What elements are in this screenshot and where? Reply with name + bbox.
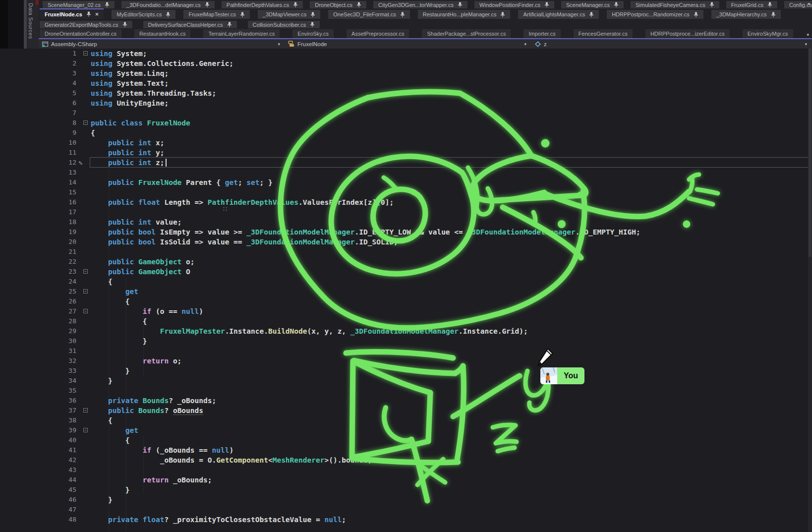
pin-icon[interactable] — [614, 2, 619, 7]
code-text[interactable]: using System.Text; — [91, 78, 169, 88]
tab-EnviroSkyMgr.cs[interactable]: EnviroSkyMgr.cs — [743, 29, 793, 38]
breadcrumb-project-segment[interactable]: Assembly-CSharp ▾ — [39, 39, 285, 49]
tab-FruxelMapTester.cs[interactable]: FruxelMapTester.cs — [183, 10, 249, 19]
code-text[interactable]: } — [91, 336, 147, 346]
tab-WindowPositionFinder.cs[interactable]: WindowPositionFinder.cs — [474, 1, 554, 8]
tab-OneSec3D_FileFormat.cs[interactable]: OneSec3D_FileFormat.cs — [328, 10, 410, 19]
code-text[interactable]: if (_oBounds == null) — [91, 445, 233, 455]
code-text[interactable]: { — [91, 316, 147, 326]
tab-DroneOrientationController.cs[interactable]: DroneOrientationController.cs — [40, 29, 121, 38]
tab-HDRPPostproce...izerEditor.cs[interactable]: HDRPPostproce...izerEditor.cs — [645, 29, 730, 38]
code-text[interactable]: public int y; — [91, 148, 164, 158]
code-text[interactable]: { — [91, 128, 95, 138]
code-text[interactable]: return o; — [91, 356, 181, 366]
tab-_3DMapViewer.cs[interactable]: _3DMapViewer.cs — [258, 10, 320, 19]
code-text[interactable]: } — [91, 495, 113, 505]
tab-_3DFoundatio...delManager.cs[interactable]: _3DFoundatio...delManager.cs — [121, 1, 215, 8]
tab-DeliverySurfaceClassHelper.cs[interactable]: DeliverySurfaceClassHelper.cs — [143, 21, 237, 28]
code-text[interactable]: } — [91, 376, 113, 386]
code-text[interactable]: get — [91, 287, 138, 296]
tab-EnviroSky.cs[interactable]: EnviroSky.cs — [292, 29, 334, 38]
close-icon[interactable]: ✕ — [95, 12, 99, 17]
tab-SceneManager_02.cs[interactable]: SceneManager_02.cs — [43, 1, 115, 8]
code-text[interactable]: public class FruxelNode — [91, 118, 190, 128]
pin-icon[interactable] — [205, 2, 210, 7]
tab-overflow-icon[interactable]: ▾ — [808, 2, 810, 6]
tab-TerrainLayerRandomizer.cs[interactable]: TerrainLayerRandomizer.cs — [203, 29, 280, 38]
pin-icon[interactable] — [105, 2, 110, 7]
code-text[interactable]: using System.Collections.Generic; — [91, 59, 233, 68]
tab-_3DMapHierarchy.cs[interactable]: _3DMapHierarchy.cs — [711, 10, 781, 19]
tab-ShaderPackage...stProcessor.cs[interactable]: ShaderPackage...stProcessor.cs — [422, 29, 511, 38]
data-sources-side-tab[interactable]: Data Sources — [28, 3, 34, 39]
pin-icon[interactable] — [356, 2, 361, 7]
code-text[interactable]: public int value; — [91, 217, 181, 227]
fold-marker[interactable]: − — [83, 120, 88, 125]
tab-PathfinderDepthValues.cs[interactable]: PathfinderDepthValues.cs — [222, 1, 303, 8]
code-text[interactable]: public bool IsEmpty => value >= _3DFound… — [91, 227, 640, 237]
pin-icon[interactable] — [122, 22, 127, 27]
code-text[interactable]: { — [91, 277, 113, 287]
pin-icon[interactable] — [227, 22, 232, 27]
pin-icon[interactable] — [310, 22, 315, 27]
fold-marker[interactable]: − — [83, 428, 88, 432]
fold-marker[interactable]: − — [83, 289, 88, 294]
code-text[interactable]: using UnityEngine; — [91, 98, 169, 108]
pin-icon[interactable] — [400, 12, 405, 17]
code-text[interactable]: public Bounds? oBounds — [91, 406, 203, 415]
tab-RestaurantHook.cs[interactable]: RestaurantHook.cs — [134, 29, 191, 38]
code-text[interactable]: } — [91, 485, 130, 495]
tab-RestaurantHo...pleManager.cs[interactable]: RestaurantHo...pleManager.cs — [418, 10, 511, 19]
tab-ArtificialLightsManager.cs[interactable]: ArtificialLightsManager.cs — [518, 10, 599, 19]
tab-FruxelNode.cs[interactable]: FruxelNode.cs✕ — [40, 8, 104, 19]
fold-marker[interactable]: − — [83, 309, 88, 313]
code-text[interactable]: public float Length => PathfinderDepthVa… — [91, 197, 394, 207]
code-text[interactable]: private float? _proximityToClosestObstac… — [91, 515, 346, 525]
tab-CityGen3DGen...torWrapper.cs[interactable]: CityGen3DGen...torWrapper.cs — [373, 1, 467, 8]
code-text[interactable]: get — [91, 425, 138, 435]
tab-AssetPreprocessor.cs[interactable]: AssetPreprocessor.cs — [347, 29, 409, 38]
code-text[interactable]: if (o == null) — [91, 306, 203, 316]
pin-icon[interactable] — [589, 12, 594, 17]
pin-icon[interactable] — [240, 12, 245, 17]
pin-icon[interactable] — [694, 12, 698, 17]
code-text[interactable]: FruxelMapTester.Instance.BuildNode(x, y,… — [91, 326, 528, 336]
pin-icon[interactable] — [458, 2, 463, 7]
chevron-down-icon[interactable]: ▾ — [278, 42, 280, 47]
tab-FencesGenerator.cs[interactable]: FencesGenerator.cs — [574, 29, 633, 38]
code-text[interactable]: using System.Threading.Tasks; — [91, 88, 216, 98]
breadcrumb-type-segment[interactable]: FruxelNode ▾ — [285, 39, 531, 49]
code-text[interactable]: using System.Linq; — [91, 68, 169, 78]
code-text[interactable]: using System; — [91, 49, 147, 59]
tab-Importer.cs[interactable]: Importer.cs — [523, 29, 560, 38]
code-text[interactable]: { — [91, 296, 130, 306]
pin-icon[interactable] — [86, 11, 91, 17]
code-text[interactable]: return _oBounds; — [91, 475, 212, 485]
chevron-down-icon[interactable]: ▾ — [524, 42, 526, 47]
code-text[interactable]: public FruxelNode Parent { get; set; } — [91, 177, 273, 187]
tab-SimulatedFisheyeCamera.cs[interactable]: SimulatedFisheyeCamera.cs — [631, 1, 719, 8]
fold-marker[interactable]: − — [83, 51, 88, 56]
code-text[interactable]: private Bounds? _oBounds; — [91, 396, 216, 406]
fold-marker[interactable]: − — [83, 269, 88, 274]
pin-icon[interactable] — [709, 2, 714, 7]
chevron-down-icon[interactable]: ▾ — [805, 42, 807, 47]
pin-icon[interactable] — [500, 12, 505, 17]
tab-MyEditorScripts.cs[interactable]: MyEditorScripts.cs — [112, 10, 175, 19]
pin-icon[interactable] — [767, 2, 772, 7]
tab-HDRPPostproc...Randomizer.cs[interactable]: HDRPPostproc...Randomizer.cs — [607, 10, 703, 19]
code-text[interactable]: public bool IsSolid => value == _3DFound… — [91, 237, 398, 247]
pin-icon[interactable] — [310, 12, 315, 17]
tab-CollisionSubscriber.cs[interactable]: CollisionSubscriber.cs — [248, 21, 320, 28]
code-text[interactable]: { — [91, 435, 130, 445]
code-text[interactable]: { — [91, 415, 113, 425]
code-text[interactable]: } — [91, 366, 130, 376]
pin-icon[interactable] — [544, 2, 549, 7]
tab-overflow-icon[interactable]: ▾ — [807, 33, 809, 37]
pin-icon[interactable] — [771, 12, 776, 17]
pin-icon[interactable] — [166, 12, 171, 17]
fold-marker[interactable]: − — [83, 408, 88, 413]
breadcrumb-member-segment[interactable]: z ▾ — [531, 39, 812, 49]
scrollbar-thumb[interactable] — [809, 49, 812, 257]
code-text[interactable]: _oBounds = O.GetComponent<MeshRenderer>(… — [91, 455, 372, 465]
